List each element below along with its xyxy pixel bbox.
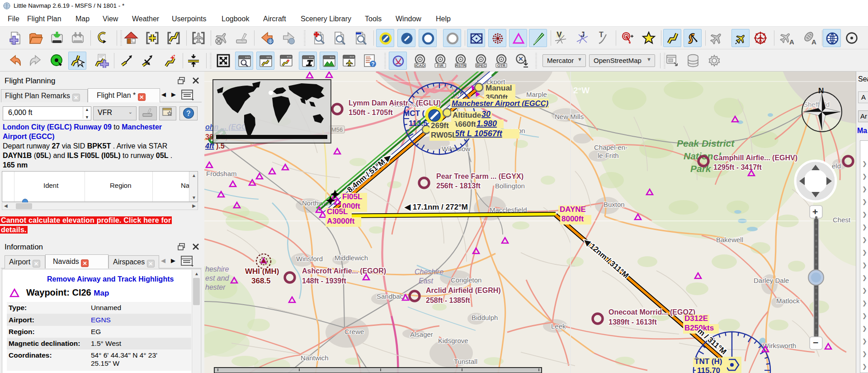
svg-text:DAYNE: DAYNE — [560, 205, 586, 214]
svg-text:Camphill Airfie... (EGHV): Camphill Airfie... (EGHV) — [713, 154, 797, 162]
svg-text:8000ft: 8000ft — [561, 215, 584, 223]
svg-text:−: − — [813, 337, 818, 348]
svg-text:150ft - 1705ft: 150ft - 1705ft — [349, 109, 393, 116]
svg-text:M56: M56 — [331, 126, 343, 133]
svg-text:Chest: Chest — [833, 216, 851, 224]
svg-text:est and: est and — [205, 274, 230, 282]
svg-text:269ft: 269ft — [431, 121, 449, 130]
svg-text:Bakewell: Bakewell — [716, 236, 743, 244]
svg-text:115.70: 115.70 — [697, 366, 720, 373]
svg-text:TNT (H): TNT (H) — [694, 357, 722, 366]
svg-text:Pear Tree Farm ... (EGYX): Pear Tree Farm ... (EGYX) — [436, 172, 524, 180]
svg-text:1295ft - 3417ft: 1295ft - 3417ft — [713, 163, 762, 171]
svg-text:258ft - 1385ft: 258ft - 1385ft — [426, 296, 470, 304]
svg-text:MCT (: MCT ( — [403, 109, 425, 118]
svg-text:Ashcroft Airfie... (EGOR): Ashcroft Airfie... (EGOR) — [302, 267, 386, 275]
svg-text:Alsager: Alsager — [410, 330, 433, 338]
svg-text:A: A — [789, 38, 794, 45]
svg-text:SPEC: SPEC — [476, 63, 486, 68]
svg-text:5ft L 10567ft: 5ft L 10567ft — [455, 129, 503, 138]
svg-text:New Mills: New Mills — [555, 113, 584, 120]
svg-text:Marple: Marple — [526, 91, 547, 98]
svg-text:Onecoat Morrid... (EGOZ): Onecoat Morrid... (EGOZ) — [609, 308, 695, 316]
svg-text:East: East — [419, 277, 434, 285]
svg-text:1389ft - 1613ft: 1389ft - 1613ft — [609, 318, 657, 326]
svg-text:8.4nm / 51°M ▶: 8.4nm / 51°M ▶ — [345, 152, 393, 194]
svg-text:hester: hester — [205, 283, 226, 291]
svg-text:eld: eld — [832, 162, 841, 170]
svg-text:Matlock: Matlock — [776, 297, 800, 305]
svg-text:Leek: Leek — [551, 322, 566, 330]
svg-text:Manchester Airport (EGCC): Manchester Airport (EGCC) — [452, 99, 548, 107]
svg-text:Bollington: Bollington — [495, 182, 525, 190]
svg-text:A660ft: A660ft — [453, 120, 476, 129]
svg-text:Crewe: Crewe — [344, 328, 364, 335]
svg-text:N: N — [818, 86, 824, 95]
svg-text:113.5: 113.5 — [409, 119, 428, 128]
svg-text:Middlewich: Middlewich — [335, 254, 368, 262]
svg-text:Chapel-en-: Chapel-en- — [594, 143, 627, 151]
svg-text:CI05L: CI05L — [327, 207, 348, 216]
svg-text:FIR: FIR — [437, 63, 444, 68]
svg-text:FI05L: FI05L — [342, 192, 362, 201]
svg-text:Kidsgrove: Kidsgrove — [438, 337, 468, 344]
svg-text:Lymm Dam Airstr... (EGLU): Lymm Dam Airstr... (EGLU) — [349, 99, 441, 107]
svg-text:T: T — [599, 31, 604, 38]
svg-text:le-Frith: le-Frith — [598, 152, 619, 159]
svg-text:256ft - 1813ft: 256ft - 1813ft — [436, 182, 481, 190]
svg-text:Manual: Manual — [486, 84, 512, 92]
svg-text:RW05L: RW05L — [431, 131, 457, 139]
svg-text:148ft - 1939ft: 148ft - 1939ft — [302, 277, 346, 285]
svg-text:◀ 12nm / 311°M: ◀ 12nm / 311°M — [582, 236, 631, 280]
svg-text:OTR: OTR — [497, 63, 506, 68]
svg-text:Nantwich: Nantwich — [301, 354, 329, 362]
svg-text:Altitude: Altitude — [453, 111, 481, 120]
svg-text:RSTR: RSTR — [455, 63, 466, 68]
svg-text:ICAO: ICAO — [415, 63, 425, 68]
svg-text:Darley Dale: Darley Dale — [754, 277, 789, 284]
svg-text:+: + — [812, 206, 818, 217]
svg-text:30: 30 — [481, 110, 491, 119]
svg-text:368.5: 368.5 — [251, 277, 271, 285]
svg-text:WHI (MH): WHI (MH) — [245, 267, 279, 276]
svg-text:Tunstall: Tunstall — [454, 358, 477, 365]
svg-text:Wilmslow: Wilmslow — [442, 145, 470, 153]
svg-text:A3000ft: A3000ft — [327, 217, 355, 225]
svg-text:?: ? — [186, 110, 191, 117]
svg-text:D312E: D312E — [684, 314, 708, 323]
svg-text:Arclid Airfield (EGRH): Arclid Airfield (EGRH) — [426, 287, 501, 294]
svg-text:Peak District: Peak District — [677, 138, 735, 148]
svg-text:◀ 17.1nm / 272°M: ◀ 17.1nm / 272°M — [404, 203, 468, 211]
svg-text:Cheshire: Cheshire — [415, 268, 443, 276]
svg-text:Frodsham: Frodsham — [206, 170, 237, 177]
svg-text:Buxton: Buxton — [604, 201, 625, 208]
svg-text:Wirksworth: Wirksworth — [763, 342, 796, 349]
svg-text:?: ? — [371, 61, 374, 67]
svg-text:Winsford: Winsford — [296, 255, 323, 263]
svg-text:Biddulph: Biddulph — [472, 314, 498, 321]
svg-text:1.980: 1.980 — [476, 119, 497, 128]
svg-text:A: A — [811, 38, 816, 45]
svg-text:Congleton: Congleton — [451, 276, 481, 284]
svg-text:heshire: heshire — [205, 265, 229, 273]
